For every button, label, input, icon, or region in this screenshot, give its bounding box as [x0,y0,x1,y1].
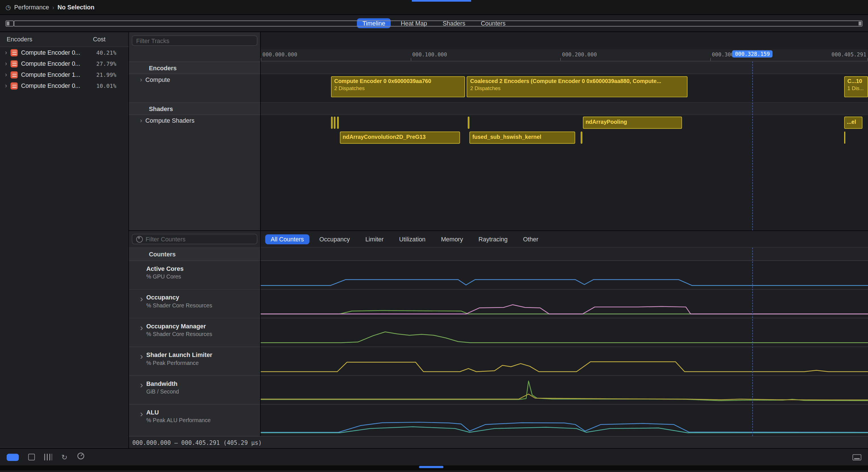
tab-raytracing[interactable]: Raytracing [473,234,513,244]
capsule-tool-icon[interactable] [6,453,19,461]
playhead-time-chip[interactable]: 000.328.159 [732,50,772,58]
chevron-right-icon[interactable] [140,409,143,419]
display-icon[interactable] [852,454,861,460]
track-compute[interactable]: Compute [129,74,260,100]
timeline-bar[interactable]: fused_sub_hswish_kernel [470,131,575,144]
timeline-bar[interactable]: C...101 Dis... [844,76,868,97]
filter-counters-input[interactable]: Filter Counters [132,234,257,244]
square-tool-icon[interactable] [28,454,35,460]
track-group-shaders[interactable]: Shaders [129,102,260,115]
timeline-bar[interactable]: Coalesced 2 Encoders (Compute Encoder 0 … [467,76,688,97]
bar-title: ...el [847,119,860,125]
chevron-right-icon[interactable] [140,380,143,390]
counter-label-shader_launch_limiter[interactable]: Shader Launch Limiter% Peak Performance [129,347,260,376]
counter-text: Shader Launch Limiter% Peak Performance [146,351,213,366]
chevron-right-icon[interactable] [3,60,9,67]
counter-label-active_cores[interactable]: Active Cores% GPU Cores [129,261,260,290]
counter-chart-svg [261,347,868,375]
track-compute-shaders-label: Compute Shaders [146,117,194,124]
encoder-cost: 21.99% [96,72,125,78]
breadcrumb-selection: No Selection [58,4,94,10]
timeline-bar[interactable] [581,131,582,144]
counter-label-occupancy[interactable]: Occupancy% Shader Core Resources [129,290,260,318]
encoders-column-header: Encoders [6,36,32,42]
timeline-bar[interactable]: ...el [844,117,863,129]
timeline-bar[interactable] [334,117,336,129]
chevron-right-icon[interactable] [140,294,143,304]
gauge-icon[interactable] [77,452,85,462]
chevron-right-icon[interactable] [3,71,9,78]
bar-title: Coalesced 2 Encoders (Compute Encoder 0 … [470,78,684,84]
counter-label-column: Filter Counters Counters Active Cores% G… [129,231,261,436]
timeline-bar[interactable] [844,131,845,144]
counter-chart-occupancy[interactable] [261,290,868,318]
counters-section-header-label: Counters [149,251,176,257]
tab-occupancy[interactable]: Occupancy [314,234,355,244]
counter-chart-shader_launch_limiter[interactable] [261,347,868,376]
compute-shaders-lane[interactable]: ndArrayPooling...el ndArrayConvolution2D… [261,115,868,148]
filter-icon[interactable] [136,236,143,242]
chevron-right-icon[interactable] [3,82,9,89]
counter-chart-alu[interactable] [261,405,868,436]
lane-gap [261,100,868,102]
tab-all-counters[interactable]: All Counters [265,234,309,244]
counter-text: ALU% Peak ALU Performance [146,409,211,424]
playhead-line[interactable] [752,248,753,436]
counter-chart-column: All CountersOccupancyLimiterUtilizationM… [261,231,868,436]
track-compute-label: Compute [146,76,170,83]
chevron-right-icon[interactable] [140,351,143,362]
tab-memory[interactable]: Memory [435,234,469,244]
main-content: Encoders Cost Compute Encoder 0...40.21%… [0,32,868,448]
encoder-label: Compute Encoder 0... [21,60,96,67]
refresh-icon[interactable] [62,453,67,461]
view-toolbar: TimelineHeat MapShadersCounters [0,15,868,32]
tab-limiter[interactable]: Limiter [360,234,389,244]
filter-tracks-input[interactable]: Filter Tracks [132,35,257,46]
counter-subtitle: % Shader Core Resources [146,302,212,308]
timeline-bar[interactable] [468,117,469,129]
encoder-row[interactable]: Compute Encoder 0...40.21% [0,47,128,58]
chevron-right-icon[interactable] [140,117,142,124]
ruler-tick-label: 000.405.291 [831,51,866,57]
performance-clock-icon [6,4,11,11]
timeline-bar[interactable]: ndArrayConvolution2D_PreG13 [340,131,460,144]
counter-chart-bandwidth[interactable] [261,376,868,405]
tab-utilization[interactable]: Utilization [394,234,431,244]
counters-header-band [261,248,868,261]
right-panel-toggle-icon[interactable] [14,20,863,26]
counter-subtitle: % Peak ALU Performance [146,417,211,423]
breadcrumb-performance[interactable]: Performance [14,4,49,10]
columns-tool-icon[interactable] [44,454,52,460]
chevron-right-icon[interactable] [140,323,143,333]
counter-label-bandwidth[interactable]: BandwidthGiB / Second [129,376,260,405]
panel-toggle-fill [6,21,9,25]
encoder-cost: 10.01% [96,83,125,89]
cost-column-header: Cost [93,36,122,42]
chevron-right-icon[interactable] [140,76,142,83]
timeline-column: 000.000.000000.100.000000.200.000000.300… [261,32,868,230]
counter-chart-active_cores[interactable] [261,261,868,290]
bar-title: C...10 [847,78,865,84]
timeline-bar[interactable]: Compute Encoder 0 0x6000039aa7602 Dispat… [331,76,465,97]
left-panel-toggle-icon[interactable] [6,20,14,26]
timeline-bar[interactable] [331,117,333,129]
track-group-encoders[interactable]: Encoders [129,62,260,74]
counter-label-alu[interactable]: ALU% Peak ALU Performance [129,405,260,436]
encoder-row[interactable]: Compute Encoder 0...27.79% [0,58,128,69]
playhead-line[interactable] [752,62,753,231]
encoder-row[interactable]: Compute Encoder 0...10.01% [0,80,128,91]
timeline-bar[interactable] [337,117,339,129]
tracks-region: Filter Tracks Encoders Compute Shaders [129,32,868,230]
timeline-ruler[interactable]: 000.000.000000.100.000000.200.000000.300… [261,49,868,62]
compute-lane[interactable]: Compute Encoder 0 0x6000039aa7602 Dispat… [261,74,868,100]
counter-chart-occupancy_manager[interactable] [261,318,868,347]
counter-label-occupancy_manager[interactable]: Occupancy Manager% Shader Core Resources [129,318,260,347]
shaders-header-band [261,102,868,115]
encoder-label: Compute Encoder 0... [21,49,96,56]
tab-other[interactable]: Other [518,234,544,244]
encoder-row[interactable]: Compute Encoder 1...21.99% [0,69,128,80]
timeline-bar[interactable]: ndArrayPooling [583,117,682,129]
chevron-right-icon[interactable] [3,49,9,56]
track-compute-shaders[interactable]: Compute Shaders [129,115,260,148]
counters-region: Filter Counters Counters Active Cores% G… [129,230,868,436]
